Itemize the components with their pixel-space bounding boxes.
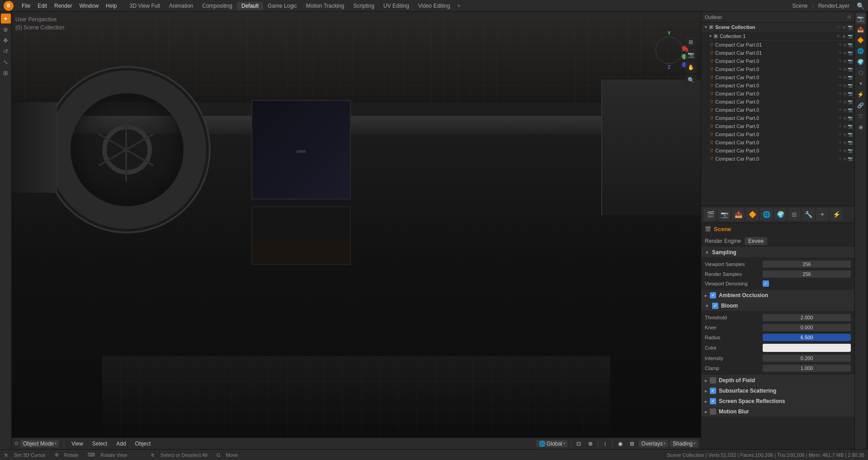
sss-header[interactable]: ▸ ✓ Subsurface Scattering	[701, 386, 854, 396]
object-menu[interactable]: Object	[132, 440, 154, 447]
ssr-header[interactable]: ▸ ✓ Screen Space Reflections	[701, 396, 854, 406]
props-tab-render[interactable]: 📷	[718, 208, 731, 221]
add-workspace-button[interactable]: +	[454, 2, 463, 10]
props-icon-render[interactable]: 📷	[856, 14, 866, 24]
cc14-eye[interactable]: 👁	[838, 156, 842, 161]
cc4-ren[interactable]: 📷	[848, 75, 853, 80]
scene-collection-row[interactable]: ▼ ▣ Scene Collection 👁 ◉ 📷	[701, 23, 854, 32]
object-mode-dropdown[interactable]: Object Mode ▾	[20, 440, 59, 447]
compact-car-row-1[interactable]: ▽ Compact Car Part.01 👁 ◉ 📷	[701, 49, 854, 57]
workspace-default[interactable]: Default	[237, 2, 263, 10]
compact-car-row-11[interactable]: ▽ Compact Car Part.0 👁 ◉ 📷	[701, 130, 854, 138]
viewport-3d[interactable]: ▬ User Perspective (0) Scene Collection	[12, 12, 701, 449]
compact-car-row-13[interactable]: ▽ Compact Car Part.0 👁 ◉ 📷	[701, 147, 854, 155]
left-tool-rotate[interactable]: ↺	[1, 46, 11, 56]
search-icon[interactable]: 🔍	[857, 2, 864, 9]
props-tab-object[interactable]: ⊞	[788, 208, 801, 221]
cc6-eye[interactable]: 👁	[838, 91, 842, 96]
props-icon-data[interactable]: ▽	[856, 111, 866, 121]
compact-car-row-10[interactable]: ▽ Compact Car Part.0 👁 ◉ 📷	[701, 122, 854, 130]
props-tab-view-layer[interactable]: 🔶	[746, 208, 759, 221]
left-tool-scale[interactable]: ⤡	[1, 57, 11, 67]
cc0-ren[interactable]: 📷	[848, 43, 853, 47]
compact-car-row-0[interactable]: ▽ Compact Car Part.01 👁 ◉ 📷	[701, 41, 854, 49]
left-tool-transform[interactable]: ⊞	[1, 68, 11, 78]
compact-car-row-5[interactable]: ▽ Compact Car Part.0 👁 ◉ 📷	[701, 81, 854, 90]
props-icon-world[interactable]: 🌍	[856, 57, 866, 67]
mb-header[interactable]: ▸ Motion Blur	[701, 407, 854, 417]
compact-car-row-2[interactable]: ▽ Compact Car Part.0 👁 ◉ 📷	[701, 57, 854, 65]
render-view-icon[interactable]: ⊞	[627, 440, 637, 447]
collection1-row[interactable]: ▼ ▣ Collection 1 👁 ◉ 📷	[701, 32, 854, 41]
workspace-game-logic[interactable]: Game Logic	[263, 2, 302, 10]
global-dropdown[interactable]: 🌐 Global ▾	[536, 440, 568, 447]
render-samples-value[interactable]: 256	[763, 270, 851, 278]
dof-checkbox[interactable]	[710, 377, 716, 384]
cc7-eye[interactable]: 👁	[838, 100, 842, 104]
view-hand-icon[interactable]: ✋	[685, 62, 696, 73]
snap-icon[interactable]: ⊡	[574, 440, 584, 447]
cc5-eye[interactable]: 👁	[838, 83, 842, 88]
props-icon-constraints[interactable]: 🔗	[856, 100, 866, 110]
cc9-ren[interactable]: 📷	[848, 116, 853, 120]
view-menu[interactable]: View	[69, 440, 86, 447]
left-tool-move[interactable]: ✥	[1, 35, 11, 45]
view-selector[interactable]: ◉	[615, 440, 625, 447]
cc6-sel[interactable]: ◉	[843, 91, 847, 96]
sc-eye-icon[interactable]: 👁	[836, 25, 840, 29]
proportional-icon[interactable]: ⊕	[585, 440, 595, 447]
color-picker[interactable]	[763, 344, 851, 352]
cc1-sel[interactable]: ◉	[843, 51, 847, 55]
cc13-eye[interactable]: 👁	[838, 148, 842, 153]
bloom-header[interactable]: ▼ ✓ Bloom	[701, 301, 854, 311]
cc1-ren[interactable]: 📷	[848, 51, 853, 55]
compact-car-row-7[interactable]: ▽ Compact Car Part.0 👁 ◉ 📷	[701, 98, 854, 106]
scene-collection-expand[interactable]: ▼	[704, 25, 708, 29]
render-layer-name-label[interactable]: RenderLayer	[818, 3, 849, 9]
workspace-uv-editing[interactable]: UV Editing	[379, 2, 414, 10]
sc-render-icon[interactable]: 📷	[848, 25, 853, 29]
props-tab-scene[interactable]: 🎬	[704, 208, 717, 221]
sampling-header[interactable]: ▼ Sampling	[701, 247, 854, 257]
cc2-sel[interactable]: ◉	[843, 59, 847, 63]
workspace-scripting[interactable]: Scripting	[349, 2, 379, 10]
sss-checkbox[interactable]: ✓	[710, 388, 716, 394]
menu-file[interactable]: File	[18, 2, 34, 10]
cc11-sel[interactable]: ◉	[843, 132, 847, 137]
left-tool-select[interactable]: ✦	[1, 14, 11, 24]
workspace-animation[interactable]: Animation	[165, 2, 198, 10]
clamp-value[interactable]: 1.000	[763, 365, 851, 372]
ssr-checkbox[interactable]: ✓	[710, 398, 716, 404]
cc9-sel[interactable]: ◉	[843, 116, 847, 120]
workspace-motion-tracking[interactable]: Motion Tracking	[302, 2, 349, 10]
cc11-ren[interactable]: 📷	[848, 132, 853, 137]
viewport-samples-value[interactable]: 256	[763, 261, 851, 268]
compact-car-row-9[interactable]: ▽ Compact Car Part.0 👁 ◉ 📷	[701, 114, 854, 122]
cc0-eye[interactable]: 👁	[838, 43, 842, 47]
cc8-sel[interactable]: ◉	[843, 108, 847, 112]
sc-select-icon[interactable]: ◉	[842, 25, 846, 29]
workspace-3d-view-full[interactable]: 3D View Full	[125, 2, 165, 10]
cc10-eye[interactable]: 👁	[838, 124, 842, 128]
props-tab-modifiers[interactable]: 🔧	[802, 208, 815, 221]
cc13-ren[interactable]: 📷	[848, 148, 853, 153]
props-tab-world[interactable]: 🌍	[774, 208, 787, 221]
view-zoom-icon[interactable]: 🔍	[685, 75, 696, 85]
cc2-ren[interactable]: 📷	[848, 59, 853, 63]
cc4-sel[interactable]: ◉	[843, 75, 847, 80]
mb-checkbox[interactable]	[710, 408, 716, 415]
cc14-ren[interactable]: 📷	[848, 156, 853, 161]
compact-car-row-4[interactable]: ▽ Compact Car Part.0 👁 ◉ 📷	[701, 73, 854, 81]
viewport-denoising-checkbox[interactable]: ✓	[763, 280, 769, 287]
cc13-sel[interactable]: ◉	[843, 148, 847, 153]
cc4-eye[interactable]: 👁	[838, 75, 842, 80]
transform-icon[interactable]: ↕	[601, 440, 609, 447]
props-icon-viewlayer[interactable]: 🔶	[856, 35, 866, 45]
cc6-ren[interactable]: 📷	[848, 91, 853, 96]
cc12-ren[interactable]: 📷	[848, 140, 853, 145]
props-tab-scene2[interactable]: 🌐	[760, 208, 773, 221]
cc12-eye[interactable]: 👁	[838, 140, 842, 145]
props-icon-object[interactable]: ⬡	[856, 68, 866, 78]
overlays-dropdown[interactable]: Overlays ▾	[639, 440, 668, 447]
shading-dropdown[interactable]: Shading ▾	[670, 440, 698, 447]
